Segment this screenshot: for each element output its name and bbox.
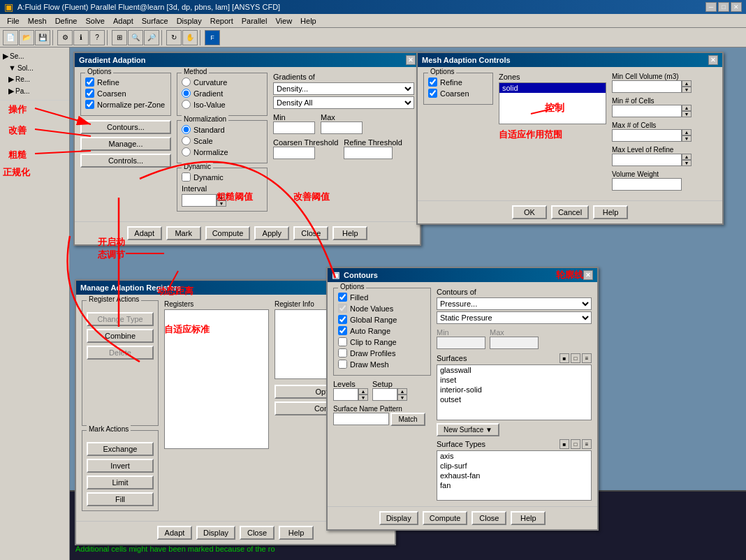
min-cells-down[interactable]: ▼: [682, 111, 692, 117]
combine-button[interactable]: Combine: [87, 329, 154, 343]
sidebar-item-solution[interactable]: ▼ Sol...: [7, 62, 68, 73]
surface-outset[interactable]: outset: [437, 395, 591, 404]
setup-input[interactable]: 1: [372, 388, 397, 401]
close-contours-button[interactable]: Close: [471, 511, 506, 525]
adapt-manage-button[interactable]: Adapt: [157, 526, 192, 540]
min-cell-vol-down[interactable]: ▼: [682, 87, 692, 93]
refine-checkbox[interactable]: [85, 78, 94, 87]
sidebar-item-pa[interactable]: ▶ Pa...: [7, 85, 68, 97]
mesh-help-button[interactable]: Help: [593, 205, 628, 219]
toolbar-info[interactable]: ℹ: [73, 30, 89, 45]
setup-down[interactable]: ▼: [397, 395, 407, 401]
registers-listbox[interactable]: [164, 309, 269, 449]
match-button[interactable]: Match: [390, 413, 425, 426]
menu-solve[interactable]: Solve: [81, 15, 109, 27]
min-cell-vol-input[interactable]: 0: [612, 80, 682, 93]
auto-range-checkbox[interactable]: [338, 326, 347, 335]
contours-of-select1[interactable]: Pressure...: [437, 297, 592, 310]
st-btn2[interactable]: □: [571, 439, 580, 449]
contours-min-input[interactable]: 0: [437, 337, 485, 349]
st-axis[interactable]: axis: [437, 451, 591, 461]
sidebar-item-setup[interactable]: ▶ Se...: [1, 50, 68, 62]
gradients-of-select2[interactable]: Density All: [273, 96, 414, 109]
isovalue-radio[interactable]: [182, 100, 191, 109]
limit-button[interactable]: Limit: [87, 476, 154, 489]
interval-input[interactable]: 20: [182, 194, 217, 207]
min-input[interactable]: 0: [273, 121, 315, 134]
surfaces-btn1[interactable]: ■: [560, 353, 569, 363]
draw-mesh-checkbox[interactable]: [338, 360, 347, 369]
toolbar-fluent[interactable]: F: [205, 30, 220, 45]
menu-mesh[interactable]: Mesh: [24, 15, 51, 27]
manage-button[interactable]: Manage...: [80, 137, 171, 151]
mark-button[interactable]: Mark: [166, 226, 201, 240]
node-values-checkbox[interactable]: [338, 304, 347, 313]
zones-listbox[interactable]: solid: [499, 82, 606, 124]
menu-parallel[interactable]: Parallel: [237, 15, 272, 27]
surface-glasswall[interactable]: glasswall: [437, 365, 591, 375]
st-fan[interactable]: fan: [437, 480, 591, 490]
global-range-checkbox[interactable]: [338, 315, 347, 324]
mesh-coarsen-checkbox[interactable]: [428, 89, 437, 98]
mesh-adaption-title-bar[interactable]: Mesh Adaption Controls ✕: [418, 53, 722, 67]
close-manage-button[interactable]: Close: [240, 526, 275, 540]
maximize-button[interactable]: □: [718, 2, 729, 12]
st-btn1[interactable]: ■: [560, 439, 569, 449]
delete-button[interactable]: Delete: [87, 346, 154, 360]
setup-up[interactable]: ▲: [397, 388, 407, 395]
fill-button[interactable]: Fill: [87, 492, 154, 506]
draw-profiles-checkbox[interactable]: [338, 348, 347, 358]
max-level-down[interactable]: ▼: [682, 160, 692, 166]
gradient-radio[interactable]: [182, 89, 191, 98]
gradient-adaption-close-icon[interactable]: ✕: [406, 55, 416, 65]
contours-title-bar[interactable]: ▣ Contours 轮廓线 ✕: [328, 268, 597, 282]
surfaces-btn2[interactable]: □: [571, 353, 580, 363]
gradient-adaption-title-bar[interactable]: Gradient Adaption ✕: [75, 53, 420, 67]
st-exhaust-fan[interactable]: exhaust-fan: [437, 471, 591, 480]
display-manage-button[interactable]: Display: [196, 526, 235, 540]
surface-name-pattern-input[interactable]: [333, 413, 389, 425]
toolbar-zoom-in[interactable]: 🔍: [128, 30, 143, 45]
gradients-of-select[interactable]: Density...: [273, 82, 414, 95]
coarsen-threshold-input[interactable]: 0: [273, 147, 315, 159]
toolbar-rotate[interactable]: ↻: [166, 30, 182, 45]
mesh-refine-checkbox[interactable]: [428, 78, 437, 87]
toolbar-pan[interactable]: ✋: [182, 30, 198, 45]
curvature-radio[interactable]: [182, 78, 191, 87]
exchange-button[interactable]: Exchange: [87, 442, 154, 456]
toolbar-help[interactable]: ?: [89, 30, 105, 45]
display-contours-button[interactable]: Display: [379, 511, 418, 525]
menu-file[interactable]: File: [3, 15, 24, 27]
toolbar-open[interactable]: 📂: [19, 30, 34, 45]
min-cells-up[interactable]: ▲: [682, 105, 692, 111]
change-type-button[interactable]: Change Type: [87, 312, 154, 326]
help-gradient-button[interactable]: Help: [332, 226, 367, 240]
menu-surface[interactable]: Surface: [138, 15, 173, 27]
dynamic-checkbox[interactable]: [182, 172, 191, 182]
interval-up[interactable]: ▲: [217, 194, 226, 200]
invert-button[interactable]: Invert: [87, 459, 154, 473]
minimize-button[interactable]: ─: [705, 2, 717, 12]
toolbar-zoom-fit[interactable]: ⊞: [112, 30, 127, 45]
menu-adapt[interactable]: Adapt: [109, 15, 138, 27]
adapt-button[interactable]: Adapt: [127, 226, 162, 240]
max-cells-down[interactable]: ▼: [682, 135, 692, 142]
toolbar-save[interactable]: 💾: [35, 30, 50, 45]
help-manage-button[interactable]: Help: [279, 526, 314, 540]
help-contours-button[interactable]: Help: [511, 511, 546, 525]
close-app-button[interactable]: ✕: [731, 2, 742, 12]
contours-of-select2[interactable]: Static Pressure: [437, 311, 592, 324]
st-clip-surf[interactable]: clip-surf: [437, 461, 591, 471]
max-level-input[interactable]: 2: [612, 154, 682, 166]
mesh-ok-button[interactable]: OK: [512, 205, 547, 219]
contours-button[interactable]: Contours...: [80, 120, 171, 134]
filled-checkbox[interactable]: [338, 293, 347, 302]
menu-help[interactable]: Help: [296, 15, 321, 27]
normalize-norm-radio[interactable]: [182, 147, 191, 156]
close-gradient-button[interactable]: Close: [293, 226, 328, 240]
max-input[interactable]: 0: [321, 121, 363, 134]
max-cells-up[interactable]: ▲: [682, 129, 692, 135]
normalize-checkbox[interactable]: [85, 100, 94, 109]
surfaces-listbox[interactable]: glasswall inset interior-solid outset: [437, 364, 592, 420]
toolbar-settings[interactable]: ⚙: [57, 30, 73, 45]
